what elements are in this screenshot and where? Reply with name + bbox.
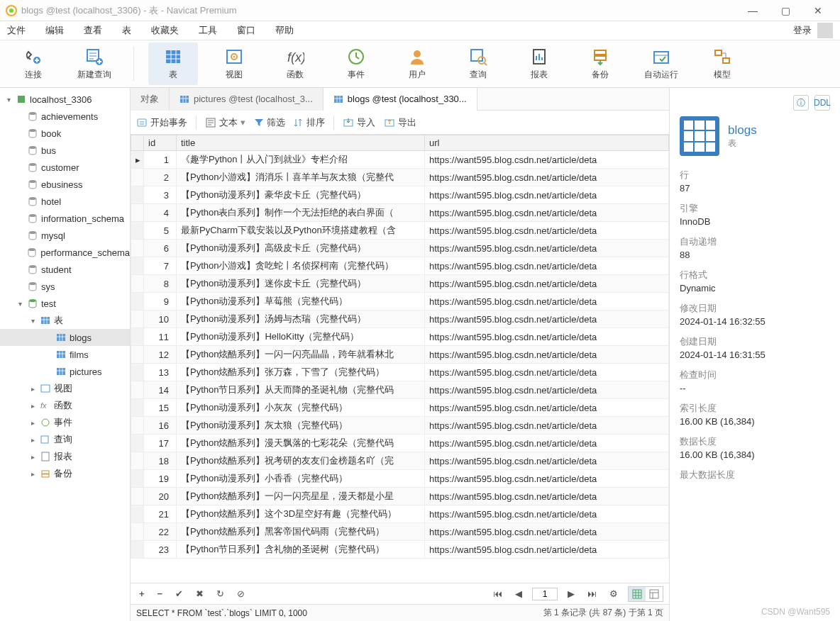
toolbar-clock-button[interactable]: 事件: [331, 43, 381, 85]
tab-1[interactable]: pictures @test (localhost_3...: [170, 88, 324, 111]
cell-title[interactable]: 【Python动漫系列】灰太狼（完整代码）: [177, 417, 425, 435]
menu-2[interactable]: 查看: [84, 24, 102, 37]
tree-db-book[interactable]: book: [0, 125, 130, 142]
cell-title[interactable]: 【Python炫酷系列】一闪一闪亮晶晶，跨年就看林北: [177, 346, 425, 364]
menu-4[interactable]: 收藏夹: [151, 24, 179, 37]
table-row[interactable]: 10【Python动漫系列】汤姆与杰瑞（完整代码）https://want595…: [131, 310, 669, 328]
cell-url[interactable]: https://want595.blog.csdn.net/article/de…: [425, 257, 669, 275]
cell-id[interactable]: 22: [144, 523, 177, 541]
row-handle[interactable]: [131, 186, 144, 204]
cell-url[interactable]: https://want595.blog.csdn.net/article/de…: [425, 310, 669, 328]
toolbar-user-button[interactable]: 用户: [392, 43, 442, 85]
cell-title[interactable]: 【Python节日系列】从天而降的圣诞礼物（完整代码: [177, 381, 425, 399]
add-row-button[interactable]: +: [136, 588, 148, 599]
tree-node-备份[interactable]: ▸备份: [0, 465, 130, 482]
page-input[interactable]: [532, 588, 558, 600]
cell-url[interactable]: https://want595.blog.csdn.net/article/de…: [425, 346, 669, 364]
cell-id[interactable]: 12: [144, 346, 177, 364]
tree-node-事件[interactable]: ▸事件: [0, 414, 130, 431]
cell-url[interactable]: https://want595.blog.csdn.net/article/de…: [425, 275, 669, 293]
cell-url[interactable]: https://want595.blog.csdn.net/article/de…: [425, 381, 669, 399]
form-view-button[interactable]: [646, 587, 663, 601]
cell-id[interactable]: 13: [144, 364, 177, 381]
column-header-title[interactable]: title: [177, 135, 425, 151]
cell-url[interactable]: https://want595.blog.csdn.net/article/de…: [425, 240, 669, 257]
tree-node-查询[interactable]: ▸查询: [0, 431, 130, 448]
cell-title[interactable]: 最新PyCharm下载安装以及Python环境搭建教程（含: [177, 222, 425, 240]
cell-title[interactable]: 【Python炫酷系列】祝考研的友友们金榜题名吖（完: [177, 452, 425, 470]
table-row[interactable]: 13【Python炫酷系列】张万森，下雪了（完整代码）https://want5…: [131, 364, 669, 381]
cell-id[interactable]: 10: [144, 310, 177, 328]
cell-id[interactable]: 8: [144, 275, 177, 293]
toolbar-backup-button[interactable]: 备份: [575, 43, 625, 85]
table-row[interactable]: 14【Python节日系列】从天而降的圣诞礼物（完整代码https://want…: [131, 381, 669, 399]
tree-node-视图[interactable]: ▸视图: [0, 380, 130, 397]
cell-id[interactable]: 1: [144, 151, 177, 169]
tab-0[interactable]: 对象: [131, 88, 170, 111]
cell-title[interactable]: 【Python炫酷系列】黑客帝国代码雨（完整代码）: [177, 523, 425, 541]
row-handle[interactable]: [131, 275, 144, 293]
menu-6[interactable]: 窗口: [237, 24, 255, 37]
cell-title[interactable]: 【Python动漫系列】豪华皮卡丘（完整代码）: [177, 186, 425, 204]
cell-url[interactable]: https://want595.blog.csdn.net/article/de…: [425, 222, 669, 240]
cell-id[interactable]: 17: [144, 435, 177, 452]
cancel-button[interactable]: ✖: [193, 588, 206, 599]
row-handle[interactable]: [131, 470, 144, 488]
tree-db-ebusiness[interactable]: ebusiness: [0, 176, 130, 193]
cell-id[interactable]: 16: [144, 417, 177, 435]
row-handle[interactable]: [131, 293, 144, 310]
cell-url[interactable]: https://want595.blog.csdn.net/article/de…: [425, 523, 669, 541]
cell-id[interactable]: 9: [144, 293, 177, 310]
tree-db-mysql[interactable]: mysql: [0, 227, 130, 244]
refresh-button[interactable]: ↻: [214, 588, 227, 599]
tree-table-films[interactable]: films: [0, 346, 130, 363]
cell-url[interactable]: https://want595.blog.csdn.net/article/de…: [425, 204, 669, 222]
tab-2[interactable]: blogs @test (localhost_330...: [324, 88, 477, 111]
cell-id[interactable]: 21: [144, 505, 177, 523]
table-row[interactable]: 21【Python炫酷系列】这个3D星空好有趣（完整代码）https://wan…: [131, 505, 669, 523]
toolbar-newquery-button[interactable]: 新建查询: [70, 43, 119, 85]
tree-db-hotel[interactable]: hotel: [0, 193, 130, 210]
cell-title[interactable]: 【Python动漫系列】草莓熊（完整代码）: [177, 293, 425, 310]
column-header-url[interactable]: url: [425, 135, 669, 151]
cell-id[interactable]: 5: [144, 222, 177, 240]
cell-id[interactable]: 18: [144, 452, 177, 470]
info-tab-button[interactable]: ⓘ: [793, 95, 809, 111]
tree-table-pictures[interactable]: pictures: [0, 363, 130, 380]
row-handle[interactable]: [131, 328, 144, 346]
row-handle[interactable]: [131, 488, 144, 505]
table-row[interactable]: 18【Python炫酷系列】祝考研的友友们金榜题名吖（完https://want…: [131, 452, 669, 470]
row-handle[interactable]: [131, 222, 144, 240]
grid-view-button[interactable]: [629, 587, 646, 601]
cell-url[interactable]: https://want595.blog.csdn.net/article/de…: [425, 399, 669, 417]
table-row[interactable]: 11【Python动漫系列】HelloKitty（完整代码）https://wa…: [131, 328, 669, 346]
page-last-button[interactable]: ⏭: [585, 588, 599, 599]
tree-node-函数[interactable]: ▸fx函数: [0, 397, 130, 414]
table-row[interactable]: 9【Python动漫系列】草莓熊（完整代码）https://want595.bl…: [131, 293, 669, 310]
toolbar-fx-button[interactable]: f(x)函数: [270, 43, 320, 85]
tree-db-test[interactable]: ▾test: [0, 295, 130, 312]
cell-id[interactable]: 3: [144, 186, 177, 204]
cell-url[interactable]: https://want595.blog.csdn.net/article/de…: [425, 328, 669, 346]
connection-tree[interactable]: ▾localhost_3306achievementsbookbuscustom…: [0, 88, 131, 621]
commit-button[interactable]: ✔: [172, 588, 186, 599]
window-maximize-button[interactable]: ▢: [769, 0, 802, 21]
cell-title[interactable]: 【Python动漫系列】迷你皮卡丘（完整代码）: [177, 275, 425, 293]
cell-url[interactable]: https://want595.blog.csdn.net/article/de…: [425, 488, 669, 505]
data-grid[interactable]: id title url ▸1《趣学Python丨从入门到就业》专栏介绍http…: [131, 135, 669, 559]
page-first-button[interactable]: ⏮: [490, 588, 505, 599]
table-row[interactable]: 8【Python动漫系列】迷你皮卡丘（完整代码）https://want595.…: [131, 275, 669, 293]
cell-id[interactable]: 6: [144, 240, 177, 257]
cell-id[interactable]: 7: [144, 257, 177, 275]
column-header-id[interactable]: id: [144, 135, 177, 151]
cell-id[interactable]: 4: [144, 204, 177, 222]
table-row[interactable]: 22【Python炫酷系列】黑客帝国代码雨（完整代码）https://want5…: [131, 523, 669, 541]
row-handle[interactable]: [131, 417, 144, 435]
menu-3[interactable]: 表: [122, 24, 131, 37]
row-handle[interactable]: [131, 381, 144, 399]
menu-1[interactable]: 编辑: [45, 24, 64, 37]
cell-title[interactable]: 【Python动漫系列】小灰灰（完整代码）: [177, 399, 425, 417]
row-handle[interactable]: [131, 505, 144, 523]
table-row[interactable]: 19【Python动漫系列】小香香（完整代码）https://want595.b…: [131, 470, 669, 488]
menu-5[interactable]: 工具: [199, 24, 217, 37]
